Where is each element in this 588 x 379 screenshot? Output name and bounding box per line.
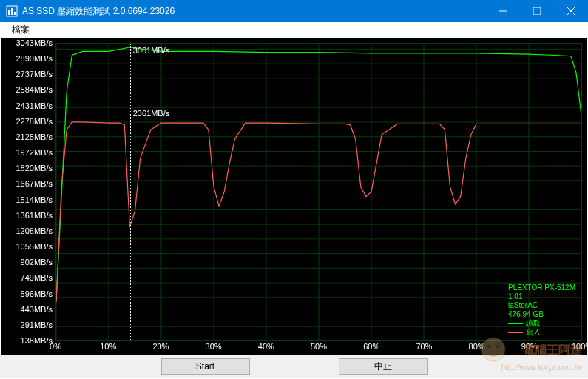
x-tick-label: 10%	[100, 342, 116, 351]
button-bar: Start 中止	[0, 355, 588, 378]
read-marker-label: 3061MB/s	[133, 46, 170, 55]
svg-rect-3	[14, 12, 16, 15]
x-tick-label: 100%	[572, 342, 588, 351]
y-tick-label: 2125MB/s	[16, 133, 53, 141]
chart-area: 138MB/s291MB/s443MB/s596MB/s749MB/s902MB…	[1, 38, 587, 355]
cursor-line	[130, 44, 131, 340]
y-axis: 138MB/s291MB/s443MB/s596MB/s749MB/s902MB…	[1, 38, 55, 341]
y-tick-label: 138MB/s	[21, 336, 53, 345]
x-tick-label: 50%	[311, 342, 327, 351]
minimize-button[interactable]	[486, 0, 520, 22]
device-version: 1.01	[508, 292, 575, 301]
app-icon	[6, 5, 18, 17]
y-tick-label: 1514MB/s	[16, 195, 53, 204]
y-tick-label: 1361MB/s	[16, 211, 53, 220]
y-tick-label: 1972MB/s	[16, 148, 53, 157]
y-tick-label: 2278MB/s	[16, 117, 53, 126]
x-tick-label: 90%	[521, 342, 538, 351]
x-tick-label: 0%	[50, 342, 61, 351]
window-title: AS SSD 壓縮效能測試 2.0.6694.23026	[22, 5, 486, 18]
y-tick-label: 596MB/s	[21, 289, 53, 298]
y-tick-label: 1820MB/s	[16, 164, 53, 172]
maximize-button[interactable]	[520, 0, 554, 22]
x-tick-label: 40%	[258, 342, 274, 351]
window-buttons	[486, 0, 588, 22]
svg-rect-2	[11, 8, 13, 15]
x-axis: 0%10%20%30%40%50%60%70%80%90%100%	[55, 341, 587, 355]
x-tick-label: 30%	[206, 342, 222, 351]
write-marker-label: 2361MB/s	[133, 109, 170, 118]
plot-area: 3061MB/s 2361MB/s PLEXTOR PX-512M 1.01 i…	[55, 43, 582, 341]
stop-button[interactable]: 中止	[339, 358, 428, 375]
y-tick-label: 1208MB/s	[16, 227, 53, 235]
x-tick-label: 70%	[416, 342, 432, 351]
device-capacity: 476.94 GB	[508, 310, 575, 319]
y-tick-label: 749MB/s	[21, 273, 53, 282]
legend-write: 寫入	[508, 328, 575, 337]
y-tick-label: 291MB/s	[21, 321, 53, 329]
y-tick-label: 1667MB/s	[16, 179, 53, 188]
y-tick-label: 2737MB/s	[16, 70, 53, 78]
legend-read: 讀取	[508, 319, 575, 328]
y-tick-label: 2584MB/s	[16, 85, 53, 94]
y-tick-label: 443MB/s	[21, 305, 53, 314]
x-tick-label: 60%	[363, 342, 379, 351]
titlebar: AS SSD 壓縮效能測試 2.0.6694.23026	[0, 0, 588, 22]
x-tick-label: 80%	[469, 342, 485, 351]
y-tick-label: 3043MB/s	[16, 38, 53, 47]
y-tick-label: 2431MB/s	[16, 101, 53, 110]
menu-file[interactable]: 檔案	[6, 22, 36, 38]
device-info: PLEXTOR PX-512M 1.01 iaStorAC 476.94 GB …	[508, 284, 575, 337]
menubar: 檔案	[0, 22, 588, 38]
device-name: PLEXTOR PX-512M	[508, 284, 575, 292]
y-tick-label: 1055MB/s	[16, 242, 53, 251]
svg-rect-1	[8, 10, 10, 15]
chart-svg	[56, 44, 581, 340]
device-driver: iaStorAC	[508, 301, 575, 310]
svg-rect-5	[533, 7, 541, 15]
start-button[interactable]: Start	[161, 358, 250, 375]
x-tick-label: 20%	[152, 342, 169, 351]
close-button[interactable]	[554, 0, 588, 22]
y-tick-label: 2890MB/s	[16, 54, 53, 63]
y-tick-label: 902MB/s	[21, 258, 53, 266]
